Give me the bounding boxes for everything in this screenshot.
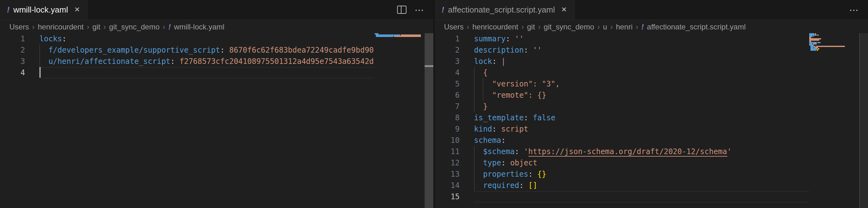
breadcrumb-item[interactable]: henricourdent (472, 22, 519, 31)
more-actions-icon[interactable]: ⋯ (849, 5, 859, 15)
code-token (474, 181, 483, 190)
line-number[interactable]: 14 (435, 180, 460, 191)
tab-wmill-lock-yaml[interactable]: ! wmill-lock.yaml ✕ (0, 0, 88, 20)
code-line[interactable]: 1summary: '' (435, 33, 809, 45)
code-token: "remote": {} (474, 91, 546, 100)
code-editor[interactable]: 1summary: ''2description: ''3lock: |4 {5… (435, 33, 809, 208)
overview-ruler-cursor-mark (425, 65, 433, 67)
line-number[interactable]: 8 (435, 112, 460, 124)
line-number[interactable]: 10 (435, 135, 460, 146)
code-line[interactable]: 6 "remote": {} (435, 89, 809, 101)
code-token: object (510, 158, 537, 167)
code-line[interactable]: 9kind: script (435, 124, 809, 135)
line-number[interactable]: 12 (435, 157, 460, 168)
tab-bar-right: ! affectionate_script.script.yaml ✕ ⋯ (435, 0, 868, 20)
line-number[interactable]: 4 (435, 67, 460, 78)
close-icon[interactable]: ✕ (74, 6, 80, 14)
line-number[interactable]: 2 (0, 45, 25, 56)
yaml-icon: ! (7, 5, 10, 15)
breadcrumb-item[interactable]: u (603, 22, 607, 31)
editor-group-right: ! affectionate_script.script.yaml ✕ ⋯ Us… (433, 0, 868, 208)
scrollbar-slider[interactable] (859, 33, 868, 208)
close-icon[interactable]: ✕ (561, 6, 567, 14)
breadcrumb-separator: › (32, 22, 35, 31)
breadcrumb-item[interactable]: git (92, 22, 100, 31)
line-number[interactable]: 5 (435, 78, 460, 89)
code-line[interactable]: 2description: '' (435, 45, 809, 56)
code-line[interactable]: 15 (435, 191, 809, 202)
code-line[interactable]: 11 $schema: 'https://json-schema.org/dra… (435, 146, 809, 157)
line-number[interactable]: 11 (435, 146, 460, 157)
code-line[interactable]: 12 type: object (435, 157, 809, 168)
code-token: [] (528, 181, 537, 190)
line-number[interactable]: 4 (0, 67, 25, 78)
code-token: schema (474, 136, 501, 145)
line-number[interactable]: 3 (435, 56, 460, 67)
code-line[interactable]: 8is_template: false (435, 112, 809, 124)
code-line[interactable]: 13 properties: {} (435, 168, 809, 180)
breadcrumb-file[interactable]: affectionate_script.script.yaml (647, 22, 746, 31)
code-token: : (528, 170, 532, 179)
breadcrumb: Users›henricourdent›git›git_sync_demo›u›… (435, 20, 868, 33)
code-line[interactable]: 1locks: (0, 33, 375, 45)
scrollbar-slider[interactable] (425, 33, 433, 208)
vertical-scrollbar[interactable] (859, 33, 868, 208)
code-token: false (533, 113, 555, 122)
line-number[interactable]: 13 (435, 168, 460, 180)
vscode-window: ! wmill-lock.yaml ✕ ⋯ Users›henricourden… (0, 0, 868, 208)
line-number[interactable]: 15 (435, 191, 460, 202)
code-line[interactable]: 3 u/henri/affectionate_script: f2768573c… (0, 56, 375, 67)
breadcrumb-item[interactable]: git (527, 22, 535, 31)
minimap[interactable] (809, 33, 859, 208)
code-token (506, 158, 510, 167)
code-line[interactable]: 2 f/developers_example/supportive_script… (0, 45, 375, 56)
code-token: $schema (483, 147, 515, 156)
line-number[interactable]: 6 (435, 89, 460, 101)
minimap-line (375, 37, 425, 38)
more-actions-icon[interactable]: ⋯ (414, 5, 425, 15)
line-number[interactable]: 1 (435, 33, 460, 45)
code-token: {} (537, 170, 546, 179)
tab-affectionate-script-yaml[interactable]: ! affectionate_script.script.yaml ✕ (435, 0, 575, 20)
line-number[interactable]: 3 (0, 56, 25, 67)
code-token: type (483, 158, 501, 167)
breadcrumb-item[interactable]: henri (616, 22, 632, 31)
code-token (39, 57, 49, 66)
code-token: lock (474, 57, 492, 66)
vertical-scrollbar[interactable] (425, 33, 433, 208)
split-editor-icon[interactable] (397, 6, 406, 14)
code-line[interactable]: 3lock: | (435, 56, 809, 67)
minimap-line (375, 36, 425, 37)
code-line[interactable]: 5 "version": "3", (435, 78, 809, 89)
code-line[interactable]: 14 required: [] (435, 180, 809, 191)
code-token (519, 147, 524, 156)
code-token (175, 57, 180, 66)
editor-group-left: ! wmill-lock.yaml ✕ ⋯ Users›henricourden… (0, 0, 433, 208)
code-token: : (170, 57, 175, 66)
line-number[interactable]: 1 (0, 33, 25, 45)
breadcrumb-item[interactable]: git_sync_demo (109, 22, 159, 31)
breadcrumb-separator: › (521, 22, 524, 31)
breadcrumb-file[interactable]: wmill-lock.yaml (174, 22, 224, 31)
tab-label: affectionate_script.script.yaml (448, 5, 555, 15)
code-line[interactable]: 7 } (435, 101, 809, 112)
code-token: required (483, 181, 519, 190)
code-line[interactable]: 4 (0, 67, 375, 78)
code-editor[interactable]: 1locks:2 f/developers_example/supportive… (0, 33, 375, 208)
code-token: : (519, 181, 524, 190)
editor-layout: ! wmill-lock.yaml ✕ ⋯ Users›henricourden… (0, 0, 868, 208)
line-number[interactable]: 7 (435, 101, 460, 112)
code-token (524, 181, 528, 190)
line-number[interactable]: 9 (435, 124, 460, 135)
code-token: ' (524, 147, 528, 156)
code-token (474, 170, 483, 179)
line-number[interactable]: 2 (435, 45, 460, 56)
breadcrumb-item[interactable]: henricourdent (38, 22, 84, 31)
breadcrumb-item[interactable]: Users (444, 22, 464, 31)
minimap[interactable] (375, 33, 425, 208)
breadcrumb-item[interactable]: git_sync_demo (544, 22, 594, 31)
code-line[interactable]: 4 { (435, 67, 809, 78)
breadcrumb-item[interactable]: Users (9, 22, 29, 31)
code-line[interactable]: 10schema: (435, 135, 809, 146)
code-token: : (492, 125, 497, 133)
